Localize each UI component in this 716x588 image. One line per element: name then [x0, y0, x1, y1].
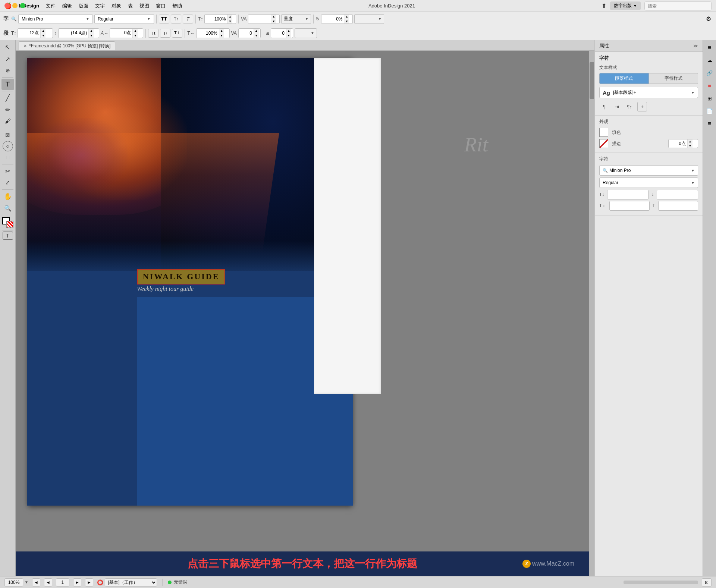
share-button[interactable]: ⬆ — [602, 2, 606, 9]
line-tool[interactable]: ╱ — [1, 92, 14, 104]
menu-table[interactable]: 表 — [128, 3, 133, 9]
minimize-button[interactable] — [12, 3, 18, 8]
col-field[interactable] — [271, 29, 286, 38]
size-dn-arrow[interactable]: ▼ — [227, 19, 232, 24]
page-number-input[interactable] — [56, 578, 69, 587]
text-frame-tool2[interactable]: T — [3, 232, 13, 240]
pt-size-field[interactable] — [18, 29, 40, 38]
track-dn[interactable]: ▼ — [133, 33, 138, 38]
stroke-swatch[interactable] — [599, 139, 608, 148]
para-style-dropdown[interactable]: Ag [基本段落]+ ▼ — [599, 87, 698, 98]
sh-up[interactable]: ▲ — [219, 28, 224, 33]
panel-size-field[interactable] — [607, 190, 649, 199]
percent-field[interactable] — [321, 15, 344, 23]
scissors-tool[interactable]: ✂ — [1, 166, 14, 177]
col-input[interactable]: ▲ ▼ — [271, 28, 293, 38]
close-button[interactable] — [4, 3, 10, 8]
panel-leading-field[interactable] — [657, 190, 698, 199]
maximize-button[interactable] — [20, 3, 25, 8]
canvas-content[interactable]: NIWALK GUIDE Weekly night tour guide Rit… — [16, 51, 594, 576]
pencil-tool[interactable]: ✏ — [1, 104, 14, 115]
links-icon[interactable]: 🔗 — [704, 68, 715, 78]
nav-prev2[interactable]: ◄ — [44, 578, 52, 587]
menu-layout[interactable]: 版面 — [79, 3, 88, 9]
col-up[interactable]: ▲ — [286, 28, 291, 33]
hand-tool[interactable]: ✋ — [1, 191, 14, 202]
pct-up[interactable]: ▲ — [344, 14, 349, 19]
tracking-field[interactable] — [110, 29, 132, 38]
font-selector[interactable]: Minion Pro ▼ — [18, 14, 93, 24]
char-style-btn[interactable]: 字符样式 — [649, 73, 698, 84]
canvas-scrollbar[interactable] — [589, 51, 594, 576]
cc-libraries-icon[interactable]: ☁ — [704, 55, 715, 66]
fill-stroke-swatch[interactable] — [1, 216, 14, 229]
text-frame-selected[interactable]: NIWALK GUIDE — [137, 269, 225, 284]
menu-help[interactable]: 帮助 — [172, 3, 182, 9]
stroke-up[interactable]: ▲ — [688, 139, 693, 144]
search-input[interactable] — [644, 1, 712, 10]
para-icon-1[interactable]: ¶ — [599, 102, 609, 111]
panel-scale-h-field[interactable] — [610, 201, 649, 210]
ellipse-tool[interactable]: ○ — [3, 141, 13, 151]
pt-size-input[interactable]: ▲ ▼ — [18, 28, 53, 38]
settings-button[interactable]: ⚙ — [703, 14, 714, 24]
menu-edit[interactable]: 编辑 — [62, 3, 72, 9]
para-icon-3[interactable]: ¶↑ — [625, 102, 634, 111]
tt-button1[interactable]: TT — [159, 15, 169, 23]
scrollbar-thumb[interactable] — [590, 62, 594, 99]
rect-frame-tool[interactable]: ⊠ — [1, 129, 14, 141]
tt-sub-btn[interactable]: T↓ — [160, 29, 170, 38]
more-icon[interactable]: ≡ — [704, 119, 715, 129]
selection-tool[interactable]: ↖ — [1, 42, 14, 53]
scale-h-input[interactable]: ▲ ▼ — [196, 28, 230, 38]
lead-up[interactable]: ▲ — [89, 28, 94, 33]
nav-next[interactable]: ► — [73, 578, 81, 587]
leading-field[interactable] — [59, 29, 88, 38]
menu-object[interactable]: 对象 — [112, 3, 121, 9]
zoom-tool[interactable]: 🔍 — [1, 202, 14, 214]
kern-up[interactable]: ▲ — [271, 14, 276, 19]
para-style-btn[interactable]: 段落样式 — [599, 73, 649, 84]
size-up-arrow[interactable]: ▲ — [227, 14, 232, 19]
kern-field[interactable] — [248, 15, 271, 23]
direct-select-tool[interactable]: ↗ — [1, 53, 14, 65]
measure-select[interactable]: 量度 ▼ — [281, 14, 311, 24]
track-up[interactable]: ▲ — [133, 28, 138, 33]
menu-file[interactable]: 文件 — [46, 3, 56, 9]
percent-input[interactable]: ▲ ▼ — [321, 14, 353, 24]
digital-pub-button[interactable]: 数字出版 ▼ — [610, 1, 641, 10]
font-size-input[interactable]: ▲ ▼ — [204, 14, 236, 24]
para-icon-2[interactable]: ⇥ — [612, 102, 622, 111]
tab-frames[interactable]: ✕ *Frames.indd @ 100% [GPU 预览] [转换] — [19, 41, 115, 50]
panel-style-row[interactable]: Regular ▼ — [599, 177, 698, 188]
fill-swatch[interactable] — [599, 128, 608, 137]
sv-dn[interactable]: ▼ — [254, 33, 259, 38]
transform-tool[interactable]: ⤢ — [1, 177, 14, 188]
panel-font-row[interactable]: 🔍 Minion Pro ▼ — [599, 165, 698, 176]
scale-h-field[interactable] — [197, 29, 219, 38]
master-dropdown[interactable]: [基本]（工作） — [105, 578, 157, 587]
panel-scale-h-input[interactable]: ▲ ▼ — [609, 201, 649, 211]
col-dn[interactable]: ▼ — [286, 33, 291, 38]
menu-text[interactable]: 文字 — [95, 3, 105, 9]
panel-scale-v-input[interactable]: ▲ ▼ — [658, 201, 698, 211]
sh-dn[interactable]: ▼ — [219, 33, 224, 38]
font-size-field[interactable] — [205, 15, 227, 23]
zoom-arrow[interactable]: ▼ — [25, 580, 28, 584]
quick-settings-icon[interactable]: ≡ — [704, 43, 715, 53]
stroke-value-field[interactable] — [669, 139, 687, 148]
zoom-field[interactable] — [4, 578, 23, 587]
lead-dn[interactable]: ▼ — [89, 33, 94, 38]
nav-prev[interactable]: ◄ — [32, 578, 40, 587]
pt-up[interactable]: ▲ — [41, 28, 45, 33]
stroke-value-input[interactable]: ▲ ▼ — [668, 139, 698, 148]
layout-view-btn[interactable]: ⊡ — [702, 578, 712, 587]
master-select[interactable]: ⭕ [基本]（工作） — [97, 578, 157, 587]
tt-button2[interactable]: T↑ — [171, 15, 181, 23]
pages-icon[interactable]: 📄 — [704, 106, 715, 116]
stroke-dn[interactable]: ▼ — [688, 144, 693, 148]
style-selector[interactable]: Regular ▼ — [94, 14, 154, 24]
col-select[interactable]: ▼ — [295, 28, 317, 38]
leading-input[interactable]: ▲ ▼ — [58, 28, 99, 38]
nav-next2[interactable]: ► — [85, 578, 93, 587]
